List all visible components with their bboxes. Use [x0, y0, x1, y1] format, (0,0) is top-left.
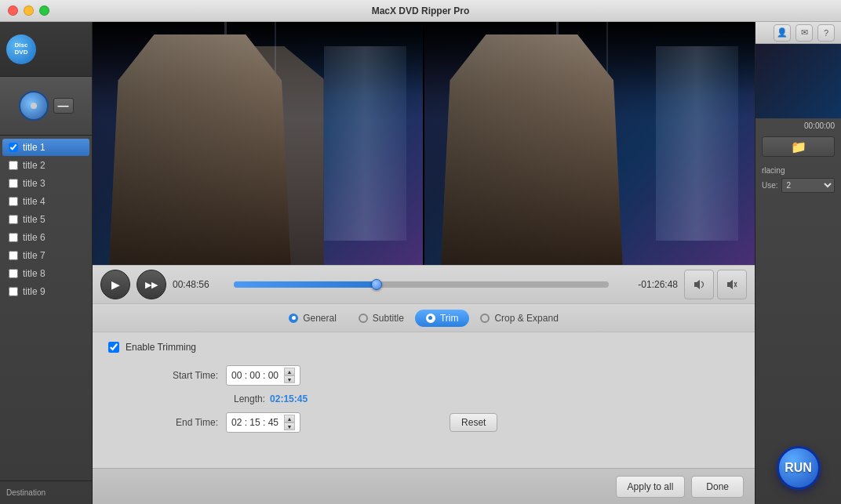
account-icon-button[interactable]: 👤 [774, 24, 791, 42]
title-item[interactable]: title 2 [2, 157, 89, 174]
title-checkbox-5[interactable] [9, 215, 18, 224]
sidebar-header: Disc DVD [0, 22, 92, 77]
title-checkbox-1[interactable] [9, 143, 18, 152]
trim-panel: Enable Trimming Start Time: 00 : 00 : 00… [93, 332, 755, 468]
tab-general[interactable]: General [278, 310, 348, 327]
right-time-display: 00:00:00 [755, 118, 841, 133]
end-time: -01:26:48 [615, 279, 678, 290]
deinterlace-label: rlacing [762, 166, 835, 175]
title-checkbox-3[interactable] [9, 179, 18, 188]
volume-buttons [684, 270, 747, 299]
title-item[interactable]: title 9 [2, 283, 89, 300]
start-time-label: Start Time: [155, 370, 218, 381]
enable-trim-checkbox[interactable] [108, 342, 119, 353]
destination-area: Destination [0, 480, 92, 504]
video-preview-right [424, 22, 755, 265]
window-controls[interactable] [8, 5, 49, 16]
title-item[interactable]: title 6 [2, 229, 89, 246]
tab-trim[interactable]: Trim [415, 310, 470, 327]
tab-crop-label: Crop & Expand [494, 313, 558, 324]
mail-icon-button[interactable]: ✉ [795, 24, 813, 42]
seek-handle[interactable] [371, 279, 382, 290]
app-body: Disc DVD — title 1 title 2 title 3 [0, 22, 841, 504]
title-label-7: title 7 [23, 250, 46, 261]
end-time-value: 02 : 15 : 45 [231, 417, 279, 428]
title-label-1: title 1 [23, 142, 46, 153]
reset-button[interactable]: Reset [450, 413, 497, 432]
video-panel-right [424, 22, 755, 265]
title-item[interactable]: title 7 [2, 247, 89, 264]
play-button[interactable]: ▶ [100, 270, 130, 299]
volume-button-1[interactable] [684, 270, 714, 299]
disc-area: — [0, 77, 92, 136]
volume-icon [693, 278, 705, 291]
title-label-6: title 6 [23, 232, 46, 243]
apply-to-all-button[interactable]: Apply to all [616, 476, 686, 498]
tab-radio-subtitle [359, 314, 368, 323]
seek-bar[interactable] [234, 281, 609, 288]
right-video-inner [755, 44, 841, 118]
start-time-value: 00 : 00 : 00 [231, 370, 279, 381]
run-button[interactable]: RUN [777, 446, 821, 490]
right-top-icons: 👤 ✉ ? [755, 22, 841, 44]
end-time-row: End Time: 02 : 15 : 45 ▲ ▼ Reset [155, 412, 497, 433]
volume-button-2[interactable] [717, 270, 747, 299]
start-time-up[interactable]: ▲ [284, 368, 295, 375]
enable-trim-label: Enable Trimming [126, 342, 196, 353]
main-content: ▶ ▶▶ 00:48:56 -01:26:48 [93, 22, 755, 504]
time-fields: Start Time: 00 : 00 : 00 ▲ ▼ Length: 02:… [108, 365, 739, 433]
start-time-spinner[interactable]: ▲ ▼ [284, 368, 295, 383]
end-time-spinner[interactable]: ▲ ▼ [284, 415, 295, 430]
use-select[interactable]: 2 1 3 4 [781, 178, 835, 193]
title-item[interactable]: title 8 [2, 265, 89, 282]
end-time-up[interactable]: ▲ [284, 415, 295, 422]
title-checkbox-8[interactable] [9, 269, 18, 278]
title-checkbox-7[interactable] [9, 251, 18, 260]
tab-subtitle[interactable]: Subtitle [348, 310, 415, 327]
use-label: Use: [762, 181, 778, 190]
tab-trim-label: Trim [440, 313, 459, 324]
tab-general-label: General [303, 313, 337, 324]
right-video-preview [755, 44, 841, 118]
help-icon-button[interactable]: ? [817, 24, 835, 42]
end-time-down[interactable]: ▼ [284, 422, 295, 430]
title-item[interactable]: title 4 [2, 193, 89, 210]
title-checkbox-6[interactable] [9, 233, 18, 242]
fast-forward-button[interactable]: ▶▶ [137, 270, 166, 299]
sidebar: Disc DVD — title 1 title 2 title 3 [0, 22, 93, 504]
video-preview-left [93, 22, 423, 265]
length-value: 02:15:45 [270, 393, 308, 404]
start-time-input[interactable]: 00 : 00 : 00 ▲ ▼ [226, 365, 300, 386]
disc-icon [19, 91, 49, 121]
end-time-input[interactable]: 02 : 15 : 45 ▲ ▼ [226, 412, 300, 433]
mute-icon [726, 278, 738, 291]
app-title: MacX DVD Ripper Pro [372, 5, 470, 16]
title-item[interactable]: title 3 [2, 175, 89, 192]
tab-radio-trim [426, 314, 435, 323]
tab-crop-expand[interactable]: Crop & Expand [469, 310, 569, 327]
length-label: Length: [234, 393, 265, 404]
title-checkbox-9[interactable] [9, 287, 18, 296]
title-item[interactable]: title 5 [2, 211, 89, 228]
title-label-8: title 8 [23, 268, 46, 279]
current-time: 00:48:56 [173, 279, 228, 290]
tab-radio-crop [480, 314, 490, 323]
title-item[interactable]: title 1 [2, 139, 89, 156]
tab-bar: General Subtitle Trim Crop & Expand [93, 304, 755, 332]
title-label-5: title 5 [23, 214, 46, 225]
title-checkbox-2[interactable] [9, 161, 18, 170]
minimize-button[interactable] [24, 5, 34, 16]
tab-radio-general [289, 314, 298, 323]
start-time-down[interactable]: ▼ [284, 375, 295, 383]
done-button[interactable]: Done [691, 476, 744, 498]
start-time-row: Start Time: 00 : 00 : 00 ▲ ▼ [155, 365, 300, 386]
end-time-label: End Time: [155, 417, 218, 428]
length-row: Length: 02:15:45 [234, 393, 308, 404]
title-checkbox-4[interactable] [9, 197, 18, 206]
remove-disc-button[interactable]: — [53, 98, 74, 114]
video-panel-left [93, 22, 423, 265]
maximize-button[interactable] [39, 5, 49, 16]
folder-button[interactable]: 📁 [762, 136, 835, 157]
close-button[interactable] [8, 5, 18, 16]
video-area [93, 22, 755, 265]
